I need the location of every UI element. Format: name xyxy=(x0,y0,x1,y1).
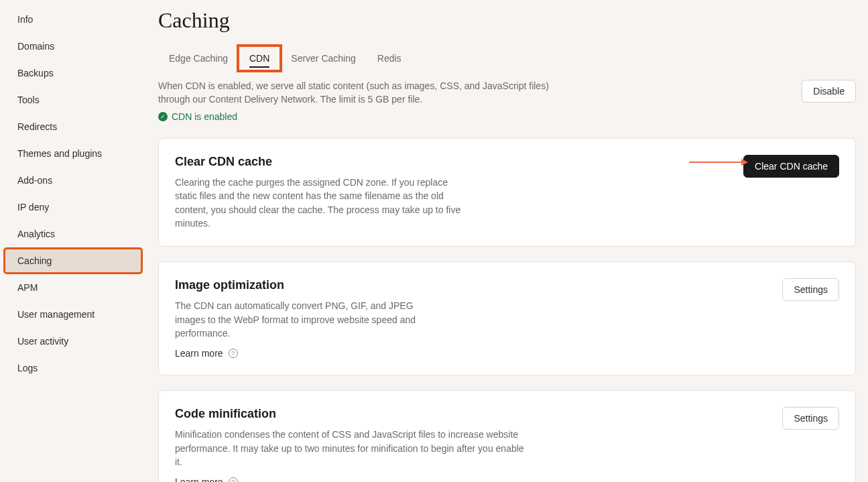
sidebar-item-apm[interactable]: APM xyxy=(4,275,142,300)
sidebar-item-domains[interactable]: Domains xyxy=(4,34,142,59)
main-content: Caching Edge Caching CDN Server Caching … xyxy=(146,0,868,482)
tab-cdn[interactable]: CDN xyxy=(239,46,280,70)
sidebar-item-caching[interactable]: Caching xyxy=(4,248,142,274)
card-desc-code-min: Minification condenses the content of CS… xyxy=(175,428,530,469)
card-desc-clear-cdn: Clearing the cache purges the assigned C… xyxy=(175,176,463,230)
card-clear-cdn-cache: Clear CDN cache Clearing the cache purge… xyxy=(158,138,856,247)
learn-more-label: Learn more xyxy=(175,477,223,482)
cdn-status: ✓ CDN is enabled xyxy=(158,111,560,122)
learn-more-label: Learn more xyxy=(175,348,223,359)
help-icon: ? xyxy=(229,349,238,358)
sidebar: Info Domains Backups Tools Redirects The… xyxy=(0,0,146,482)
sidebar-item-backups[interactable]: Backups xyxy=(4,60,142,86)
card-title-code-min: Code minification xyxy=(175,407,530,421)
check-circle-icon: ✓ xyxy=(158,112,168,121)
cdn-status-label: CDN is enabled xyxy=(172,111,237,122)
tab-edge-caching[interactable]: Edge Caching xyxy=(158,46,239,70)
card-title-clear-cdn: Clear CDN cache xyxy=(175,155,463,169)
sidebar-item-analytics[interactable]: Analytics xyxy=(4,221,142,247)
tabs: Edge Caching CDN Server Caching Redis xyxy=(158,46,856,70)
tab-server-caching[interactable]: Server Caching xyxy=(280,46,367,70)
page-title: Caching xyxy=(158,8,856,33)
intro-block: When CDN is enabled, we serve all static… xyxy=(158,80,560,122)
sidebar-item-ip-deny[interactable]: IP deny xyxy=(4,194,142,220)
sidebar-item-logs[interactable]: Logs xyxy=(4,355,142,381)
clear-cdn-cache-button[interactable]: Clear CDN cache xyxy=(743,155,839,178)
card-desc-image-opt: The CDN can automatically convert PNG, G… xyxy=(175,299,443,340)
sidebar-item-info[interactable]: Info xyxy=(4,7,142,32)
sidebar-item-themes-plugins[interactable]: Themes and plugins xyxy=(4,141,142,166)
tab-redis[interactable]: Redis xyxy=(367,46,412,70)
code-min-settings-button[interactable]: Settings xyxy=(782,407,839,430)
sidebar-item-user-management[interactable]: User management xyxy=(4,302,142,327)
sidebar-item-tools[interactable]: Tools xyxy=(4,87,142,113)
help-icon: ? xyxy=(229,477,238,482)
disable-button[interactable]: Disable xyxy=(802,80,856,103)
intro-text: When CDN is enabled, we serve all static… xyxy=(158,80,560,106)
image-opt-settings-button[interactable]: Settings xyxy=(782,278,839,301)
sidebar-item-user-activity[interactable]: User activity xyxy=(4,328,142,354)
card-code-minification: Code minification Minification condenses… xyxy=(158,390,856,482)
learn-more-image-opt[interactable]: Learn more ? xyxy=(175,348,443,359)
card-title-image-opt: Image optimization xyxy=(175,278,443,292)
card-image-optimization: Image optimization The CDN can automatic… xyxy=(158,261,856,375)
sidebar-item-redirects[interactable]: Redirects xyxy=(4,114,142,139)
intro-row: When CDN is enabled, we serve all static… xyxy=(158,80,856,122)
sidebar-item-addons[interactable]: Add-ons xyxy=(4,168,142,193)
learn-more-code-min[interactable]: Learn more ? xyxy=(175,477,530,482)
